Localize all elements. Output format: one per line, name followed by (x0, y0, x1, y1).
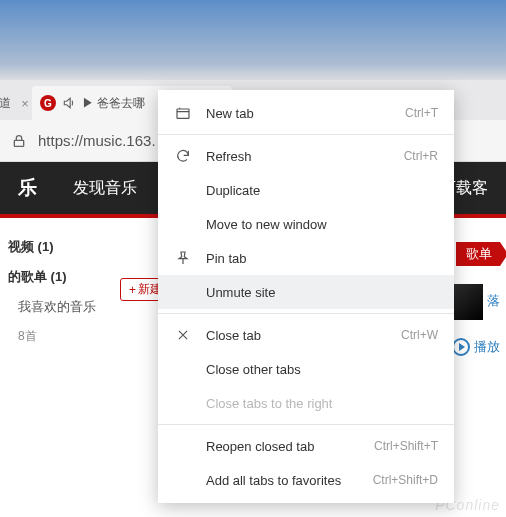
menu-label: Add all tabs to favorites (206, 473, 359, 488)
menu-label: Pin tab (206, 251, 438, 266)
desktop-background (0, 0, 506, 80)
spacer-icon (174, 181, 192, 199)
nav-music[interactable]: 乐 (0, 162, 55, 214)
menu-label: Close tab (206, 328, 387, 343)
artist-row[interactable]: 落 (447, 284, 500, 320)
menu-pin-tab[interactable]: Pin tab (158, 241, 454, 275)
playlist-badge[interactable]: 歌单 (456, 242, 500, 266)
play-label: 播放 (474, 338, 500, 356)
play-icon (452, 338, 470, 356)
site-favicon: G (40, 95, 56, 111)
tab-title-fragment: 道 (0, 95, 11, 112)
menu-shortcut: Ctrl+Shift+D (373, 473, 438, 487)
pin-icon (174, 249, 192, 267)
artist-link[interactable]: 落 (487, 293, 500, 308)
tab-inactive[interactable]: 道 × (0, 86, 28, 120)
spacer-icon (174, 283, 192, 301)
menu-unmute-site[interactable]: Unmute site (158, 275, 454, 309)
menu-label: New tab (206, 106, 391, 121)
svg-rect-1 (177, 109, 189, 118)
sidebar-item-liked[interactable]: 我喜欢的音乐 (4, 292, 128, 322)
tab-title: ▶ 爸爸去哪 (82, 95, 145, 112)
sidebar-track-count: 8首 (4, 322, 128, 351)
menu-label: Reopen closed tab (206, 439, 360, 454)
menu-label: Move to new window (206, 217, 438, 232)
menu-shortcut: Ctrl+Shift+T (374, 439, 438, 453)
refresh-icon (174, 147, 192, 165)
url-text[interactable]: https://music.163. (38, 132, 156, 149)
close-icon[interactable]: × (21, 96, 29, 111)
menu-separator (158, 424, 454, 425)
menu-shortcut: Ctrl+W (401, 328, 438, 342)
menu-label: Close tabs to the right (206, 396, 438, 411)
menu-shortcut: Ctrl+T (405, 106, 438, 120)
menu-label: Duplicate (206, 183, 438, 198)
plus-icon: + (129, 283, 136, 297)
left-sidebar: 视频 (1) 的歌单 (1) 我喜欢的音乐 8首 (0, 214, 140, 351)
menu-separator (158, 134, 454, 135)
spacer-icon (174, 471, 192, 489)
spacer-icon (174, 394, 192, 412)
menu-move-window[interactable]: Move to new window (158, 207, 454, 241)
spacer-icon (174, 360, 192, 378)
menu-label: Refresh (206, 149, 390, 164)
site-info-icon[interactable] (10, 132, 28, 150)
menu-label: Unmute site (206, 285, 438, 300)
play-button[interactable]: 播放 (452, 338, 500, 356)
tab-context-menu: New tab Ctrl+T Refresh Ctrl+R Duplicate … (158, 90, 454, 503)
svg-rect-0 (14, 140, 23, 146)
sidebar-item-playlists[interactable]: 的歌单 (1) (4, 262, 128, 292)
audio-playing-icon (62, 96, 76, 110)
nav-discover[interactable]: 发现音乐 (55, 162, 155, 214)
right-column: 歌单 落 播放 (447, 242, 500, 356)
menu-add-favorites[interactable]: Add all tabs to favorites Ctrl+Shift+D (158, 463, 454, 497)
menu-close-other[interactable]: Close other tabs (158, 352, 454, 386)
new-tab-icon (174, 104, 192, 122)
menu-close-right: Close tabs to the right (158, 386, 454, 420)
menu-new-tab[interactable]: New tab Ctrl+T (158, 96, 454, 130)
menu-shortcut: Ctrl+R (404, 149, 438, 163)
menu-reopen-tab[interactable]: Reopen closed tab Ctrl+Shift+T (158, 429, 454, 463)
close-icon (174, 326, 192, 344)
menu-separator (158, 313, 454, 314)
sidebar-item-videos[interactable]: 视频 (1) (4, 232, 128, 262)
spacer-icon (174, 215, 192, 233)
menu-label: Close other tabs (206, 362, 438, 377)
menu-refresh[interactable]: Refresh Ctrl+R (158, 139, 454, 173)
menu-duplicate[interactable]: Duplicate (158, 173, 454, 207)
menu-close-tab[interactable]: Close tab Ctrl+W (158, 318, 454, 352)
spacer-icon (174, 437, 192, 455)
